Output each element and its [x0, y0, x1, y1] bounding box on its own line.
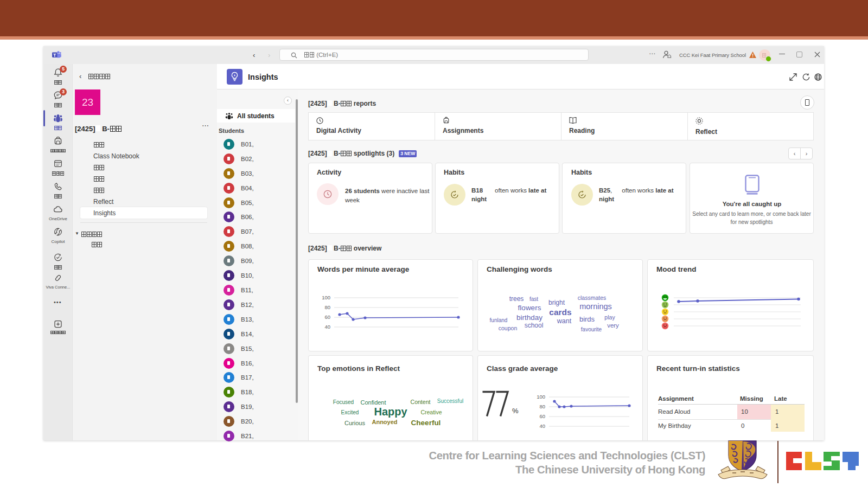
- svg-text:80: 80: [324, 304, 330, 310]
- svg-text:100: 100: [322, 294, 330, 300]
- svg-text:40: 40: [539, 423, 545, 429]
- svg-text:100: 100: [537, 394, 545, 400]
- svg-text:60: 60: [324, 314, 330, 320]
- svg-text:60: 60: [539, 413, 545, 419]
- svg-text:40: 40: [324, 324, 330, 330]
- svg-text:80: 80: [539, 403, 545, 409]
